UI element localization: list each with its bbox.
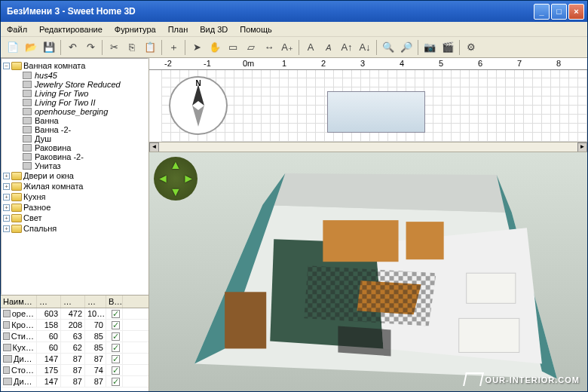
catalog-item[interactable]: Унитаз (3, 161, 146, 170)
checkbox-icon[interactable]: ✓ (112, 332, 120, 341)
italic-icon[interactable]: A (320, 39, 337, 56)
item-icon (23, 144, 32, 152)
checkbox-icon[interactable]: ✓ (112, 366, 120, 375)
table-header[interactable]: Наим… … … … В… (1, 296, 149, 308)
catalog-item[interactable]: openhouse_berging (3, 107, 146, 116)
ruler-tick: 2 (321, 59, 326, 68)
expand-icon[interactable]: + (3, 204, 10, 211)
cut-icon[interactable]: ✂ (106, 39, 122, 56)
add-furniture-icon[interactable]: ＋ (165, 39, 182, 56)
collapse-icon[interactable]: − (3, 63, 10, 69)
compass-icon[interactable] (169, 76, 228, 135)
catalog-item[interactable]: Jewelry Store Reduced (3, 80, 146, 89)
expand-icon[interactable]: + (3, 183, 10, 190)
table-row[interactable]: Сто…1758774✓ (1, 365, 149, 376)
scroll-left-icon[interactable]: ◄ (149, 142, 159, 152)
room-icon[interactable]: ▱ (243, 39, 259, 56)
camera-icon[interactable]: 📷 (421, 39, 438, 56)
paste-icon[interactable]: 📋 (142, 39, 158, 56)
menu-edit[interactable]: Редактирование (36, 23, 106, 35)
scroll-right-icon[interactable]: ► (577, 142, 587, 152)
row-icon (3, 310, 11, 317)
scrollbar-horizontal[interactable]: ◄ ► (149, 142, 587, 152)
expand-icon[interactable]: + (3, 173, 10, 179)
expand-icon[interactable]: + (3, 194, 10, 201)
close-button[interactable]: × (568, 4, 584, 20)
catalog-item[interactable]: hus45 (3, 71, 146, 80)
col-name[interactable]: Наим… (1, 296, 37, 308)
plan-model-preview[interactable] (327, 91, 425, 133)
catalog-item[interactable]: Ванна -2- (3, 125, 146, 134)
checkbox-icon[interactable]: ✓ (112, 344, 120, 352)
menu-view3d[interactable]: Вид 3D (197, 23, 231, 35)
item-icon (23, 108, 32, 115)
table-row[interactable]: оре…60347210…✓ (1, 308, 149, 320)
text-icon[interactable]: A₊ (279, 39, 296, 56)
menu-file[interactable]: Файл (4, 23, 30, 35)
tree-category[interactable]: +Разное (3, 202, 146, 213)
folder-icon (11, 204, 22, 212)
preferences-icon[interactable]: ⚙ (463, 39, 479, 56)
category-label: Жилая комната (23, 182, 83, 191)
pan-icon[interactable]: ✋ (207, 39, 223, 56)
folder-icon (11, 182, 22, 191)
nav-left-icon[interactable]: ◄ (157, 172, 169, 185)
table-row[interactable]: Ди…1478787✓ (1, 354, 149, 365)
catalog-item[interactable]: Душ (3, 134, 146, 143)
menu-furniture[interactable]: Фурнитура (112, 23, 159, 35)
open-icon[interactable]: 📂 (23, 39, 39, 56)
select-icon[interactable]: ➤ (188, 39, 205, 56)
catalog-item[interactable]: Раковина -2- (3, 152, 146, 161)
titlebar[interactable]: БезИмени 3 - Sweet Home 3D _ □ × (1, 1, 587, 22)
increase-font-icon[interactable]: A↑ (338, 39, 355, 56)
undo-icon[interactable]: ↶ (64, 39, 81, 56)
maximize-button[interactable]: □ (551, 4, 567, 20)
catalog-item[interactable]: Ванна (3, 116, 146, 125)
zoom-out-icon[interactable]: 🔎 (398, 39, 415, 56)
checkbox-icon[interactable]: ✓ (112, 321, 120, 329)
table-row[interactable]: Кро…15820870✓ (1, 320, 149, 331)
catalog-item[interactable]: Раковина (3, 143, 146, 152)
menu-plan[interactable]: План (165, 23, 191, 35)
col-depth[interactable]: … (61, 296, 85, 308)
tree-category[interactable]: +Жилая комната (3, 181, 146, 191)
table-row[interactable]: Кух…606285✓ (1, 342, 149, 354)
plan-2d-view[interactable]: -2-10m12345678 ◄ ► (149, 58, 587, 152)
zoom-in-icon[interactable]: 🔍 (380, 39, 397, 56)
catalog-item[interactable]: Living For Two II (3, 98, 146, 107)
col-height[interactable]: … (85, 296, 106, 308)
tree-category[interactable]: +Спальня (3, 223, 146, 234)
bold-icon[interactable]: A (302, 39, 319, 56)
col-visible[interactable]: В… (106, 296, 123, 308)
tree-category[interactable]: +Свет (3, 213, 146, 223)
decrease-font-icon[interactable]: A↓ (357, 39, 373, 56)
expand-icon[interactable]: + (3, 215, 10, 222)
redo-icon[interactable]: ↷ (82, 39, 99, 56)
checkbox-icon[interactable]: ✓ (112, 378, 120, 386)
col-width[interactable]: … (37, 296, 61, 308)
save-icon[interactable]: 💾 (41, 39, 57, 56)
tree-category[interactable]: +Кухня (3, 191, 146, 202)
catalog-item[interactable]: Living For Two (3, 89, 146, 98)
new-icon[interactable]: 📄 (5, 39, 21, 56)
dimension-icon[interactable]: ↔ (261, 39, 277, 56)
ruler-tick: 5 (439, 59, 443, 68)
expand-icon[interactable]: + (3, 225, 10, 232)
tree-category[interactable]: − Ванная комната (3, 60, 146, 71)
tree-category[interactable]: +Двери и окна (3, 170, 146, 181)
minimize-button[interactable]: _ (534, 4, 550, 20)
table-row[interactable]: Сти…606385✓ (1, 331, 149, 342)
copy-icon[interactable]: ⎘ (124, 39, 140, 56)
video-icon[interactable]: 🎬 (439, 39, 456, 56)
plan-grid[interactable] (161, 70, 587, 142)
wall-icon[interactable]: ▭ (225, 39, 241, 56)
scroll-track[interactable] (159, 142, 577, 152)
table-row[interactable]: Ди…1478787✓ (1, 376, 149, 387)
checkbox-icon[interactable]: ✓ (112, 310, 120, 318)
furniture-catalog[interactable]: − Ванная комната hus45Jewelry Store Redu… (1, 58, 149, 295)
furniture-list[interactable]: Наим… … … … В… оре…60347210…✓Кро…1582087… (1, 295, 149, 391)
menu-help[interactable]: Помощь (237, 23, 275, 35)
view-3d[interactable]: ▲ ▼ ◄ ► (149, 152, 587, 391)
checkbox-icon[interactable]: ✓ (112, 355, 120, 363)
row-icon (3, 344, 11, 351)
